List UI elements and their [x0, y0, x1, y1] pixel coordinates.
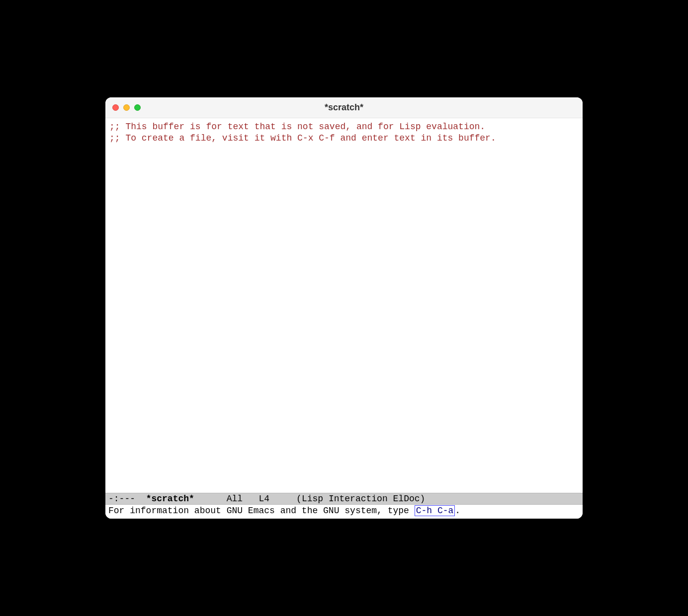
modeline-status: -:--- — [108, 494, 141, 504]
minimize-icon[interactable] — [123, 104, 130, 111]
minibuffer[interactable]: For information about GNU Emacs and the … — [105, 505, 583, 519]
minibuffer-text: For information about GNU Emacs and the … — [108, 506, 415, 516]
buffer-line: ;; This buffer is for text that is not s… — [109, 122, 485, 132]
buffer-area[interactable]: ;; This buffer is for text that is not s… — [105, 118, 583, 493]
mode-line[interactable]: -:--- *scratch* All L4 (Lisp Interaction… — [105, 493, 583, 505]
titlebar: *scratch* — [105, 97, 583, 118]
minibuffer-key: C-h C-a — [415, 505, 455, 516]
modeline-position: All — [227, 494, 243, 504]
buffer-line: ;; To create a file, visit it with C-x C… — [109, 133, 496, 143]
window-title: *scratch* — [105, 102, 583, 113]
modeline-line: L4 — [258, 494, 269, 504]
traffic-lights — [112, 104, 141, 111]
modeline-modes: (Lisp Interaction ElDoc) — [296, 494, 425, 504]
modeline-buffer-name: *scratch* — [146, 494, 194, 504]
close-icon[interactable] — [112, 104, 119, 111]
maximize-icon[interactable] — [134, 104, 141, 111]
emacs-window: *scratch* ;; This buffer is for text tha… — [105, 97, 583, 519]
minibuffer-suffix: . — [455, 506, 460, 516]
